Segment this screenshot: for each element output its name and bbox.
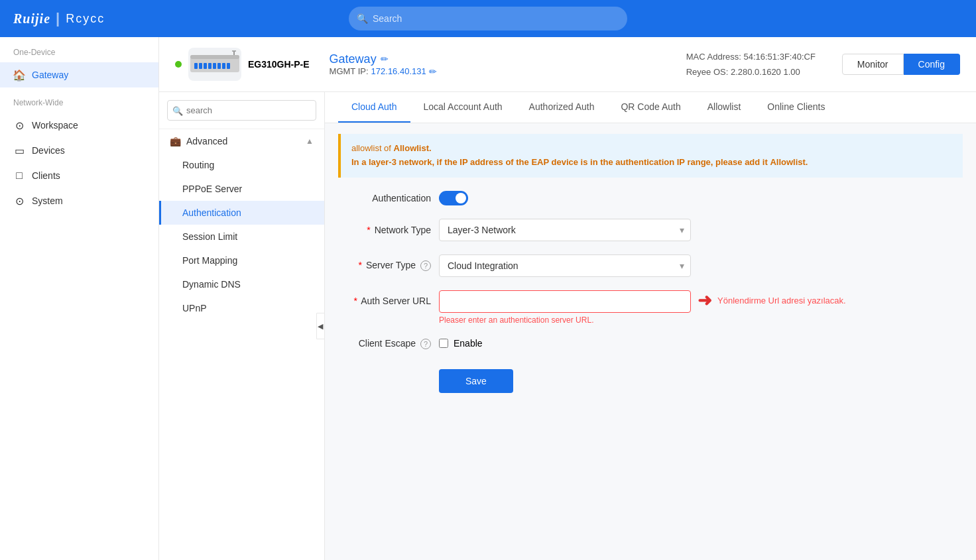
config-tabs: Cloud Auth Local Account Auth Authorized… bbox=[325, 92, 976, 123]
client-escape-label-text: Client Escape bbox=[359, 338, 416, 349]
search-bar-wrap: 🔍 bbox=[349, 7, 627, 30]
collapse-left-icon: ◀ ▶ bbox=[318, 322, 325, 331]
mgmt-label: MGMT IP: bbox=[330, 66, 369, 76]
device-title: Gateway ✏ bbox=[330, 52, 437, 66]
server-type-select[interactable]: Cloud Integration Local Server External … bbox=[439, 254, 691, 277]
menu-item-authentication[interactable]: Authentication bbox=[159, 201, 324, 225]
workspace-icon: ⊙ bbox=[13, 119, 25, 131]
device-indicator: EG310GH-P-E bbox=[175, 48, 310, 81]
save-row: Save bbox=[338, 363, 963, 393]
left-panel-search-wrap: 🔍 bbox=[159, 92, 324, 129]
authentication-toggle[interactable] bbox=[439, 191, 468, 205]
menu-item-pppoe-server[interactable]: PPPoE Server bbox=[159, 177, 324, 201]
advanced-menu-header[interactable]: 💼 Advanced ▲ bbox=[159, 129, 324, 153]
left-panel-collapse-button[interactable]: ◀ ▶ bbox=[316, 313, 325, 339]
arrow-annotation: ➜ Yönlendirme Url adresi yazılacak. bbox=[698, 290, 846, 311]
os-row: Reyee OS: 2.280.0.1620 1.00 bbox=[686, 64, 816, 80]
server-type-control: Cloud Integration Local Server External … bbox=[439, 254, 691, 277]
warning-box: allowlist of Allowlist. In a layer-3 net… bbox=[338, 134, 963, 178]
svg-rect-3 bbox=[199, 63, 202, 69]
tab-online-clients[interactable]: Online Clients bbox=[754, 92, 838, 123]
client-escape-checkbox[interactable] bbox=[439, 339, 448, 348]
client-escape-enable-label: Enable bbox=[454, 338, 483, 349]
menu-item-port-mapping[interactable]: Port Mapping bbox=[159, 249, 324, 272]
svg-rect-4 bbox=[204, 63, 207, 69]
pppoe-server-label: PPPoE Server bbox=[182, 184, 242, 194]
tab-qr-code-auth[interactable]: QR Code Auth bbox=[607, 92, 694, 123]
advanced-header-content: 💼 Advanced bbox=[170, 136, 227, 146]
auth-url-input-wrap: Pleaser enter an authentication server U… bbox=[439, 290, 691, 325]
server-type-help-icon[interactable]: ? bbox=[420, 260, 431, 271]
title-edit-icon[interactable]: ✏ bbox=[381, 54, 389, 64]
tab-config[interactable]: Config bbox=[904, 54, 960, 75]
network-type-select-wrap: Layer-3 Network Layer-2 Network bbox=[439, 219, 691, 241]
tab-local-account-auth[interactable]: Local Account Auth bbox=[410, 92, 516, 123]
advanced-collapse-arrow: ▲ bbox=[306, 137, 314, 146]
clients-icon: □ bbox=[13, 170, 25, 182]
auth-server-url-row: * Auth Server URL Pleaser enter an authe… bbox=[338, 290, 963, 325]
search-container: 🔍 bbox=[349, 7, 627, 30]
sidebar-item-clients[interactable]: □ Clients bbox=[0, 163, 158, 188]
port-mapping-label: Port Mapping bbox=[182, 255, 237, 266]
tab-allowlist[interactable]: Allowlist bbox=[694, 92, 755, 123]
network-type-row: * Network Type Layer-3 Network Layer-2 N… bbox=[338, 219, 963, 241]
tab-monitor[interactable]: Monitor bbox=[842, 54, 904, 75]
mgmt-ip-link[interactable]: 172.16.40.131 bbox=[371, 66, 426, 76]
mac-address-row: MAC Address: 54:16:51:3F:40:CF bbox=[686, 49, 816, 64]
devices-icon: ▭ bbox=[13, 144, 25, 156]
os-value: 2.280.0.1620 1.00 bbox=[731, 67, 800, 77]
session-limit-label: Session Limit bbox=[182, 231, 237, 242]
logo: Ruijie | Rcycc bbox=[13, 10, 105, 27]
sidebar-item-label-workspace: Workspace bbox=[32, 120, 78, 131]
sidebar-item-devices[interactable]: ▭ Devices bbox=[0, 138, 158, 163]
sidebar-item-system[interactable]: ⊙ System bbox=[0, 188, 158, 213]
network-type-select[interactable]: Layer-3 Network Layer-2 Network bbox=[439, 219, 691, 241]
warning-line2: In a layer-3 network, if the IP address … bbox=[351, 156, 952, 170]
dynamic-dns-label: Dynamic DNS bbox=[182, 279, 241, 290]
authentication-row: Authentication bbox=[338, 191, 963, 205]
client-escape-help-icon[interactable]: ? bbox=[420, 339, 431, 349]
network-type-label-text: Network Type bbox=[375, 225, 431, 235]
panel-search-input[interactable] bbox=[167, 100, 316, 121]
auth-url-input-group: Pleaser enter an authentication server U… bbox=[439, 290, 963, 325]
auth-server-url-input[interactable] bbox=[439, 290, 691, 313]
tab-authorized-auth[interactable]: Authorized Auth bbox=[516, 92, 608, 123]
upnp-label: UPnP bbox=[182, 303, 207, 313]
tab-cloud-auth[interactable]: Cloud Auth bbox=[338, 92, 410, 123]
network-type-label: * Network Type bbox=[338, 225, 431, 235]
search-input[interactable] bbox=[349, 7, 627, 30]
svg-rect-7 bbox=[217, 63, 221, 69]
save-button[interactable]: Save bbox=[439, 369, 513, 393]
device-title-text: Gateway bbox=[330, 52, 377, 66]
server-type-row: * Server Type ? Cloud Integration Local … bbox=[338, 254, 963, 277]
svg-rect-5 bbox=[208, 63, 212, 69]
routing-label: Routing bbox=[182, 160, 214, 170]
sidebar-item-workspace[interactable]: ⊙ Workspace bbox=[0, 113, 158, 138]
logo-pipe: | bbox=[56, 10, 60, 27]
client-escape-control: Enable bbox=[439, 338, 691, 349]
annotation-text: Yönlendirme Url adresi yazılacak. bbox=[717, 296, 846, 306]
device-model: EG310GH-P-E bbox=[248, 59, 310, 70]
topnav: Ruijie | Rcycc 🔍 bbox=[0, 0, 976, 37]
allowlist-bold2: Allowlist. bbox=[770, 157, 808, 167]
search-input-wrap: 🔍 bbox=[167, 100, 316, 121]
content-area: EG310GH-P-E Gateway ✏ MGMT IP: 172.16.40… bbox=[159, 37, 976, 560]
menu-item-dynamic-dns[interactable]: Dynamic DNS bbox=[159, 272, 324, 296]
menu-item-routing[interactable]: Routing bbox=[159, 153, 324, 177]
rcycc-text: Rcycc bbox=[66, 12, 105, 26]
network-type-control: Layer-3 Network Layer-2 Network bbox=[439, 219, 691, 241]
auth-server-url-label: * Auth Server URL bbox=[338, 290, 431, 306]
warning-line1: allowlist of Allowlist. bbox=[351, 142, 952, 156]
section-label-one-device: One-Device bbox=[0, 37, 158, 62]
view-tabs: Monitor Config bbox=[842, 54, 960, 75]
system-icon: ⊙ bbox=[13, 195, 25, 207]
mac-label: MAC Address: bbox=[686, 52, 741, 62]
sidebar: One-Device 🏠 Gateway Network-Wide ⊙ Work… bbox=[0, 37, 159, 560]
menu-item-session-limit[interactable]: Session Limit bbox=[159, 225, 324, 249]
mgmt-edit-icon[interactable]: ✏ bbox=[429, 66, 437, 77]
menu-item-upnp[interactable]: UPnP bbox=[159, 296, 324, 320]
sidebar-item-label-devices: Devices bbox=[32, 145, 65, 156]
device-mgmt: MGMT IP: 172.16.40.131 ✏ bbox=[330, 66, 437, 77]
main-layout: One-Device 🏠 Gateway Network-Wide ⊙ Work… bbox=[0, 37, 976, 560]
sidebar-item-gateway[interactable]: 🏠 Gateway bbox=[0, 62, 158, 87]
